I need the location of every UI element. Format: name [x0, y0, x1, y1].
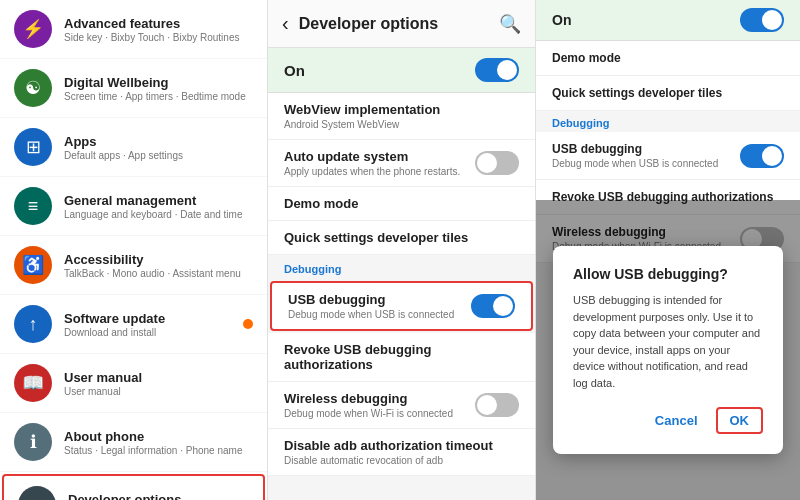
p3-on-toggle[interactable] — [740, 8, 784, 32]
apps-text: Apps Default apps · App settings — [64, 134, 183, 161]
about-phone-title: About phone — [64, 429, 242, 444]
p3-demo-mode-item[interactable]: Demo mode — [536, 41, 800, 76]
p3-demo-mode-title: Demo mode — [552, 51, 784, 65]
webview-item[interactable]: WebView implementation Android System We… — [268, 93, 535, 140]
panel2-title: Developer options — [299, 15, 499, 33]
ok-button[interactable]: OK — [716, 407, 764, 434]
back-button[interactable]: ‹ — [282, 12, 289, 35]
usb-debugging-subtitle: Debug mode when USB is connected — [288, 309, 454, 320]
wireless-title: Wireless debugging — [284, 391, 453, 406]
p3-usb-debugging-item[interactable]: USB debugging Debug mode when USB is con… — [536, 132, 800, 180]
developer-options-title: Developer options — [68, 492, 181, 501]
dev-on-toggle[interactable] — [475, 58, 519, 82]
settings-item-accessibility[interactable]: ♿ Accessibility TalkBack · Mono audio · … — [0, 236, 267, 295]
general-management-icon: ≡ — [14, 187, 52, 225]
user-manual-text: User manual User manual — [64, 370, 142, 397]
user-manual-icon: 📖 — [14, 364, 52, 402]
usb-debugging-toggle[interactable] — [471, 294, 515, 318]
settings-item-general-management[interactable]: ≡ General management Language and keyboa… — [0, 177, 267, 236]
usb-debugging-row: USB debugging Debug mode when USB is con… — [288, 292, 515, 320]
settings-item-user-manual[interactable]: 📖 User manual User manual — [0, 354, 267, 413]
advanced-icon: ⚡ — [14, 10, 52, 48]
software-update-text: Software update Download and install — [64, 311, 165, 338]
dev-on-label: On — [284, 62, 305, 79]
user-manual-title: User manual — [64, 370, 142, 385]
settings-item-software-update[interactable]: ↑ Software update Download and install — [0, 295, 267, 354]
software-update-subtitle: Download and install — [64, 327, 165, 338]
digital-wellbeing-title: Digital Wellbeing — [64, 75, 246, 90]
revoke-title: Revoke USB debugging authorizations — [284, 342, 519, 372]
auto-update-row: Auto update system Apply updates when th… — [284, 149, 519, 177]
webview-subtitle: Android System WebView — [284, 119, 519, 130]
settings-item-digital-wellbeing[interactable]: ☯ Digital Wellbeing Screen time · App ti… — [0, 59, 267, 118]
settings-menu-panel: ⚡ Advanced features Side key · Bixby Tou… — [0, 0, 268, 500]
debugging-section: Debugging — [268, 255, 535, 279]
dialog-title: Allow USB debugging? — [573, 266, 763, 282]
user-manual-subtitle: User manual — [64, 386, 142, 397]
about-phone-icon: ℹ — [14, 423, 52, 461]
developer-options-panel: ‹ Developer options 🔍 On WebView impleme… — [268, 0, 536, 500]
advanced-subtitle: Side key · Bixby Touch · Bixby Routines — [64, 32, 239, 43]
p3-usb-toggle[interactable] — [740, 144, 784, 168]
usb-debugging-title: USB debugging — [288, 292, 454, 307]
panel2-header: ‹ Developer options 🔍 — [268, 0, 535, 48]
revoke-item[interactable]: Revoke USB debugging authorizations — [268, 333, 535, 382]
quick-settings-title: Quick settings developer tiles — [284, 230, 519, 245]
digital-wellbeing-text: Digital Wellbeing Screen time · App time… — [64, 75, 246, 102]
general-management-text: General management Language and keyboard… — [64, 193, 242, 220]
developer-options-icon: { } — [18, 486, 56, 500]
advanced-title: Advanced features — [64, 16, 239, 31]
accessibility-title: Accessibility — [64, 252, 241, 267]
general-management-subtitle: Language and keyboard · Date and time — [64, 209, 242, 220]
p3-usb-text: USB debugging Debug mode when USB is con… — [552, 142, 718, 169]
dev-on-row: On — [268, 48, 535, 93]
search-button[interactable]: 🔍 — [499, 13, 521, 35]
software-update-icon: ↑ — [14, 305, 52, 343]
about-phone-text: About phone Status · Legal information ·… — [64, 429, 242, 456]
wireless-text: Wireless debugging Debug mode when Wi-Fi… — [284, 391, 453, 419]
settings-item-advanced[interactable]: ⚡ Advanced features Side key · Bixby Tou… — [0, 0, 267, 59]
software-update-title: Software update — [64, 311, 165, 326]
digital-wellbeing-subtitle: Screen time · App timers · Bedtime mode — [64, 91, 246, 102]
notification-dot — [243, 319, 253, 329]
p3-usb-title: USB debugging — [552, 142, 718, 156]
wireless-debugging-item[interactable]: Wireless debugging Debug mode when Wi-Fi… — [268, 382, 535, 429]
p3-quick-settings-item[interactable]: Quick settings developer tiles — [536, 76, 800, 111]
settings-item-apps[interactable]: ⊞ Apps Default apps · App settings — [0, 118, 267, 177]
apps-subtitle: Default apps · App settings — [64, 150, 183, 161]
panel3-header: On — [536, 0, 800, 41]
wireless-subtitle: Debug mode when Wi-Fi is connected — [284, 408, 453, 419]
dialog-body: USB debugging is intended for developmen… — [573, 292, 763, 391]
demo-mode-item[interactable]: Demo mode — [268, 187, 535, 221]
disable-adb-subtitle: Disable automatic revocation of adb — [284, 455, 519, 466]
wireless-toggle[interactable] — [475, 393, 519, 417]
wireless-row: Wireless debugging Debug mode when Wi-Fi… — [284, 391, 519, 419]
accessibility-text: Accessibility TalkBack · Mono audio · As… — [64, 252, 241, 279]
auto-update-item[interactable]: Auto update system Apply updates when th… — [268, 140, 535, 187]
settings-item-about-phone[interactable]: ℹ About phone Status · Legal information… — [0, 413, 267, 472]
demo-mode-title: Demo mode — [284, 196, 519, 211]
digital-wellbeing-icon: ☯ — [14, 69, 52, 107]
auto-update-subtitle: Apply updates when the phone restarts. — [284, 166, 460, 177]
auto-update-text: Auto update system Apply updates when th… — [284, 149, 460, 177]
auto-update-title: Auto update system — [284, 149, 460, 164]
about-phone-subtitle: Status · Legal information · Phone name — [64, 445, 242, 456]
p3-usb-row: USB debugging Debug mode when USB is con… — [552, 142, 784, 169]
webview-title: WebView implementation — [284, 102, 519, 117]
p3-debugging-section: Debugging — [536, 111, 800, 132]
p3-usb-subtitle: Debug mode when USB is connected — [552, 158, 718, 169]
cancel-button[interactable]: Cancel — [647, 407, 706, 434]
disable-adb-title: Disable adb authorization timeout — [284, 438, 519, 453]
usb-debugging-text: USB debugging Debug mode when USB is con… — [288, 292, 454, 320]
apps-title: Apps — [64, 134, 183, 149]
p3-quick-settings-title: Quick settings developer tiles — [552, 86, 784, 100]
disable-adb-item[interactable]: Disable adb authorization timeout Disabl… — [268, 429, 535, 476]
quick-settings-item[interactable]: Quick settings developer tiles — [268, 221, 535, 255]
dialog-actions: Cancel OK — [573, 407, 763, 434]
auto-update-toggle[interactable] — [475, 151, 519, 175]
advanced-text: Advanced features Side key · Bixby Touch… — [64, 16, 239, 43]
apps-icon: ⊞ — [14, 128, 52, 166]
general-management-title: General management — [64, 193, 242, 208]
settings-item-developer-options[interactable]: { } Developer options Developer options — [2, 474, 265, 500]
usb-debugging-item[interactable]: USB debugging Debug mode when USB is con… — [270, 281, 533, 331]
